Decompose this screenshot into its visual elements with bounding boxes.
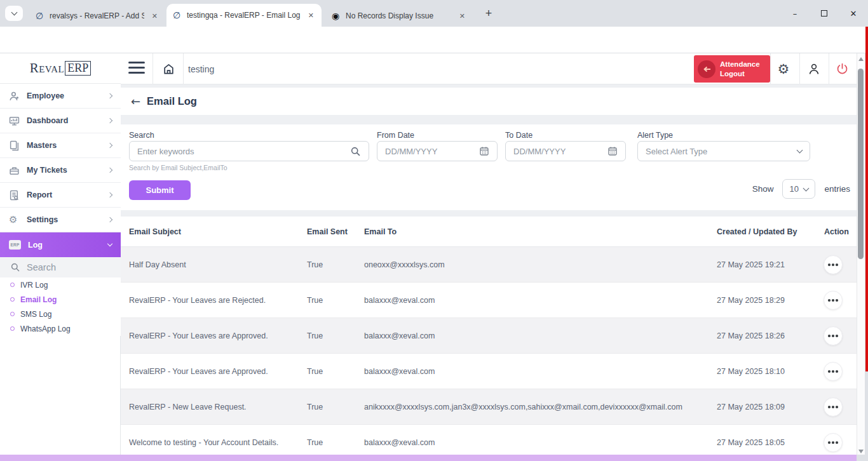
sidebar-item-label: My Tickets bbox=[27, 166, 101, 175]
search-input[interactable]: Enter keywords bbox=[129, 141, 369, 161]
power-logout-button[interactable] bbox=[827, 53, 857, 84]
revalerp-favicon: ∅ bbox=[172, 10, 182, 20]
search-icon bbox=[10, 262, 20, 272]
logo-text: Reval bbox=[30, 60, 65, 76]
cell-email-subject: RevalERP - Your Leaves are Approved. bbox=[129, 354, 301, 389]
header-divider bbox=[153, 53, 153, 84]
alert-type-select[interactable]: Select Alert Type bbox=[637, 141, 810, 161]
sidebar-item-my-tickets[interactable]: My Tickets bbox=[0, 158, 121, 183]
app-home-button[interactable] bbox=[154, 53, 183, 84]
to-date-input[interactable]: DD/MM/YYYY bbox=[505, 141, 626, 161]
sidebar-subitem-ivr-log[interactable]: IVR Log bbox=[0, 277, 121, 292]
to-date-placeholder: DD/MM/YYYY bbox=[513, 147, 607, 156]
bullet-icon bbox=[10, 297, 15, 302]
cell-email-subject: Welcome to testing - Your Account Detail… bbox=[129, 425, 301, 455]
row-actions-button[interactable] bbox=[824, 433, 843, 452]
column-email-sent: Email Sent bbox=[307, 217, 358, 247]
sidebar-item-label: Settings bbox=[27, 215, 101, 224]
horizontal-scrollbar[interactable] bbox=[0, 455, 857, 461]
person-icon bbox=[807, 62, 821, 76]
attendance-clock-icon bbox=[698, 60, 715, 78]
tab-revalsys[interactable]: ∅ revalsys - RevalERP - Add Searc ✕ bbox=[29, 5, 165, 27]
table-row: RevalERP - Your Leaves are Rejected. Tru… bbox=[121, 283, 857, 318]
revalerp-favicon: ∅ bbox=[34, 11, 44, 21]
tab-search-button[interactable] bbox=[5, 6, 23, 21]
tab-title: revalsys - RevalERP - Add Searc bbox=[50, 11, 144, 20]
browser-toolbar: ← → ↻ testingqa.revalomni.com/CRM/EmailL… bbox=[0, 27, 868, 53]
sidebar-item-masters[interactable]: Masters bbox=[0, 133, 121, 158]
page-title: Email Log bbox=[147, 95, 197, 107]
masters-icon bbox=[9, 140, 20, 151]
row-actions-button[interactable] bbox=[824, 255, 843, 274]
sidebar-subitem-whatsapp-log[interactable]: WhatsApp Log bbox=[0, 321, 121, 336]
tab-title: No Records Display Issue bbox=[346, 11, 452, 20]
search-hint: Search by Email Subject,EmailTo bbox=[129, 164, 227, 171]
window-close-button[interactable]: ✕ bbox=[839, 0, 868, 27]
sidebar-subitem-email-log[interactable]: Email Log bbox=[0, 292, 121, 307]
from-date-label: From Date bbox=[377, 131, 414, 140]
back-arrow-icon[interactable]: ← bbox=[131, 95, 140, 108]
calendar-icon[interactable] bbox=[479, 146, 489, 156]
alert-type-value: Select Alert Type bbox=[646, 147, 797, 156]
cell-email-to: balaxxx@xeval.com bbox=[364, 318, 707, 354]
scroll-down-arrow[interactable] bbox=[858, 450, 864, 453]
submit-button[interactable]: Submit bbox=[129, 180, 191, 200]
minimize-button[interactable]: – bbox=[780, 0, 810, 27]
cell-email-subject: Half Day Absent bbox=[129, 247, 301, 283]
bullet-icon bbox=[10, 312, 15, 316]
chevron-down-icon bbox=[11, 10, 17, 16]
close-icon[interactable]: ✕ bbox=[306, 11, 316, 20]
sidebar-item-employee[interactable]: Employee bbox=[0, 84, 121, 109]
sidebar-item-log[interactable]: ERP Log bbox=[0, 232, 121, 257]
browser-window: ∅ revalsys - RevalERP - Add Searc ✕ ∅ te… bbox=[0, 0, 868, 461]
power-icon bbox=[836, 62, 849, 76]
cell-email-sent: True bbox=[307, 283, 358, 318]
table-row: Half Day Absent True oneoxx@xxxxlsys.com… bbox=[121, 247, 857, 283]
from-date-placeholder: DD/MM/YYYY bbox=[385, 147, 479, 156]
subitem-label: SMS Log bbox=[20, 310, 51, 319]
target-favicon: ◉ bbox=[330, 11, 341, 21]
cell-created-updated: 27 May 2025 18:05 bbox=[717, 425, 812, 455]
row-actions-button[interactable] bbox=[824, 398, 843, 417]
sidebar-item-dashboard[interactable]: Dashboard bbox=[0, 109, 121, 133]
sidebar-search-input[interactable]: Search bbox=[0, 257, 121, 277]
chevron-down-icon bbox=[803, 185, 810, 191]
vertical-scrollbar-thumb[interactable] bbox=[858, 69, 864, 259]
from-date-input[interactable]: DD/MM/YYYY bbox=[377, 141, 498, 161]
cell-email-to: anikxxxx@xxxxlsys.com,jan3x@xxxxlsys.com… bbox=[364, 389, 707, 425]
close-icon[interactable]: ✕ bbox=[149, 12, 160, 20]
cell-email-sent: True bbox=[307, 389, 358, 425]
alert-type-label: Alert Type bbox=[637, 131, 673, 140]
row-actions-button[interactable] bbox=[824, 362, 843, 381]
profile-button[interactable] bbox=[799, 53, 829, 84]
bullet-icon bbox=[10, 326, 15, 331]
tab-no-records[interactable]: ◉ No Records Display Issue ✕ bbox=[325, 5, 473, 27]
maximize-button[interactable] bbox=[810, 0, 839, 27]
scroll-up-arrow[interactable] bbox=[858, 57, 864, 61]
search-icon[interactable] bbox=[350, 146, 361, 157]
sidebar-subitem-sms-log[interactable]: SMS Log bbox=[0, 307, 121, 321]
calendar-icon[interactable] bbox=[607, 146, 618, 156]
tab-testingqa-active[interactable]: ∅ testingqa - RevalERP - Email Log ✕ bbox=[166, 4, 322, 27]
sidebar-item-settings[interactable]: ⚙ Settings bbox=[0, 208, 121, 232]
page-size-select[interactable]: 10 bbox=[782, 179, 815, 199]
cell-created-updated: 27 May 2025 18:29 bbox=[717, 283, 812, 318]
email-log-table: Email Subject Email Sent Email To Create… bbox=[121, 217, 857, 455]
menu-hamburger-icon[interactable] bbox=[128, 62, 145, 74]
cell-created-updated: 27 May 2025 18:10 bbox=[717, 354, 812, 389]
row-actions-button[interactable] bbox=[824, 291, 843, 310]
cell-email-subject: RevalERP - Your Leaves are Approved. bbox=[129, 318, 301, 354]
cell-email-sent: True bbox=[307, 247, 358, 283]
sidebar-item-label: Employee bbox=[27, 91, 101, 100]
sidebar-item-report[interactable]: Report bbox=[0, 183, 121, 208]
chevron-down-icon bbox=[797, 147, 803, 154]
home-icon bbox=[162, 62, 175, 76]
new-tab-button[interactable]: + bbox=[480, 6, 497, 21]
settings-button[interactable]: ⚙ bbox=[769, 53, 798, 84]
close-icon[interactable]: ✕ bbox=[457, 12, 468, 20]
cell-email-to: balaxxx@xeval.com bbox=[364, 425, 707, 455]
subitem-label: WhatsApp Log bbox=[20, 324, 71, 333]
row-actions-button[interactable] bbox=[824, 326, 843, 345]
chevron-right-icon bbox=[107, 168, 112, 173]
attendance-logout-button[interactable]: AttendanceLogout bbox=[694, 55, 770, 83]
